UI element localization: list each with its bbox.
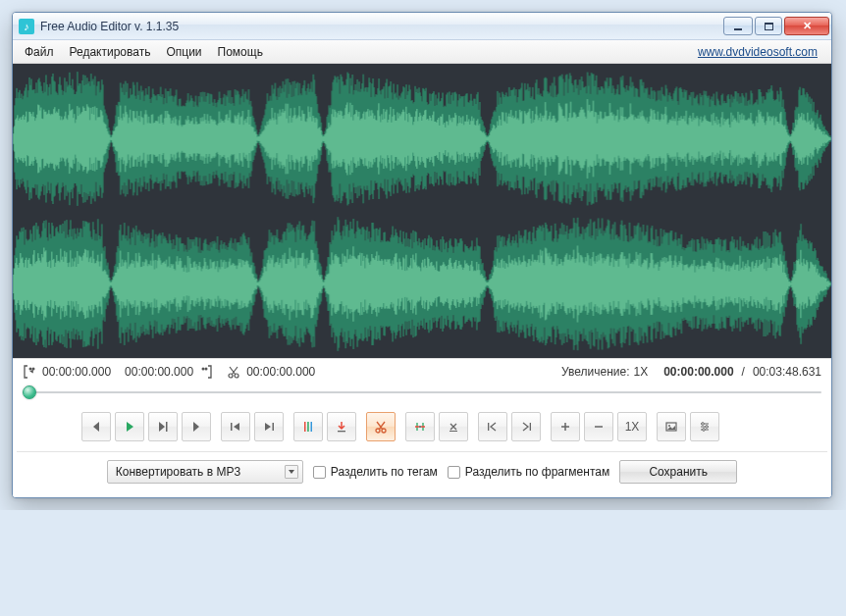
selection-group	[405, 412, 468, 441]
select-to-end-button[interactable]	[511, 412, 541, 441]
selection-end-bracket-icon	[199, 365, 213, 379]
titlebar[interactable]: ♪ Free Audio Editor v. 1.1.35 ✕	[13, 13, 831, 40]
zoom-label: Увеличение:	[561, 365, 629, 379]
export-marker-button[interactable]	[327, 412, 356, 441]
slider-track	[23, 391, 821, 393]
minimize-button[interactable]	[723, 17, 753, 35]
split-by-fragments-checkbox[interactable]: Разделить по фрагментам	[448, 465, 609, 479]
play-selection-button[interactable]	[148, 412, 178, 441]
svg-rect-16	[449, 431, 457, 432]
save-button[interactable]: Сохранить	[619, 460, 737, 484]
svg-rect-10	[307, 422, 309, 432]
menu-help[interactable]: Помощь	[210, 42, 271, 62]
format-dropdown-value: Конвертировать в MP3	[116, 465, 285, 479]
svg-rect-7	[231, 423, 233, 431]
split-selection-button[interactable]	[405, 412, 435, 441]
play-button[interactable]	[115, 412, 144, 441]
scissors-cut-icon	[227, 365, 240, 379]
view-group	[657, 412, 719, 441]
skip-group	[221, 412, 284, 441]
svg-rect-6	[166, 422, 168, 432]
slider-thumb[interactable]	[23, 385, 36, 399]
add-marker-button[interactable]	[293, 412, 323, 441]
split-by-fragments-label: Разделить по фрагментам	[465, 465, 609, 479]
vendor-link[interactable]: www.dvdvideosoft.com	[698, 45, 827, 59]
previous-button[interactable]	[81, 412, 111, 441]
selection-start-time: 00:00:00.000	[42, 365, 111, 379]
zoom-value: 1X	[634, 365, 649, 379]
window-controls: ✕	[723, 17, 829, 35]
time-info-row: 00:00:00.000 00:00:00.000 00:00:00.000 У…	[13, 359, 831, 381]
select-to-start-button[interactable]	[478, 412, 507, 441]
svg-point-21	[702, 423, 705, 426]
menu-options[interactable]: Опции	[158, 42, 209, 62]
selection-start-bracket-icon	[23, 365, 36, 379]
svg-point-0	[29, 368, 32, 371]
selection-end-time: 00:00:00.000	[125, 365, 193, 379]
menu-edit[interactable]: Редактировать	[62, 42, 159, 62]
svg-point-23	[703, 429, 706, 432]
cut-group	[366, 412, 396, 441]
split-by-tags-checkbox[interactable]: Разделить по тегам	[313, 465, 438, 479]
skip-end-button[interactable]	[254, 412, 284, 441]
svg-point-3	[205, 368, 208, 371]
app-icon: ♪	[19, 19, 34, 34]
svg-point-15	[419, 426, 421, 428]
svg-rect-12	[338, 431, 345, 432]
playback-group	[81, 412, 211, 441]
svg-rect-18	[530, 423, 531, 431]
svg-rect-11	[311, 422, 313, 432]
settings-sliders-button[interactable]	[690, 412, 719, 441]
svg-point-20	[668, 425, 670, 427]
svg-point-2	[202, 368, 205, 371]
waveform-channel-left[interactable]	[13, 68, 831, 210]
svg-point-1	[32, 368, 35, 371]
next-button[interactable]	[182, 412, 211, 441]
waveform-display[interactable]	[13, 64, 831, 358]
window-title: Free Audio Editor v. 1.1.35	[40, 20, 179, 33]
current-position: 00:00:00.000	[663, 365, 733, 379]
zoom-out-button[interactable]	[584, 412, 613, 441]
toolbar: 1X	[13, 408, 831, 451]
format-dropdown[interactable]: Конвертировать в MP3	[107, 460, 303, 484]
zoom-reset-button[interactable]: 1X	[617, 412, 647, 441]
menu-file[interactable]: Файл	[17, 42, 62, 62]
checkbox-icon	[313, 466, 326, 479]
svg-rect-9	[304, 422, 306, 432]
cut-button[interactable]	[366, 412, 396, 441]
selection-nav-group	[478, 412, 541, 441]
svg-point-22	[706, 426, 709, 429]
bottom-bar: Конвертировать в MP3 Разделить по тегам …	[13, 452, 831, 497]
checkbox-icon	[448, 466, 460, 479]
cut-position-time: 00:00:00.000	[246, 365, 315, 379]
maximize-button[interactable]	[755, 17, 782, 35]
total-duration: 00:03:48.631	[753, 365, 821, 379]
time-separator: /	[742, 365, 745, 379]
marker-group	[293, 412, 356, 441]
menubar: Файл Редактировать Опции Помощь www.dvdv…	[13, 40, 831, 64]
waveform-channel-right[interactable]	[13, 213, 831, 355]
playback-slider[interactable]	[23, 385, 821, 400]
zoom-in-button[interactable]	[551, 412, 580, 441]
zoom-group: 1X	[551, 412, 647, 441]
save-button-label: Сохранить	[649, 465, 708, 479]
picture-view-button[interactable]	[657, 412, 686, 441]
app-window: ♪ Free Audio Editor v. 1.1.35 ✕ Файл Ред…	[12, 12, 832, 498]
delete-selection-button[interactable]	[439, 412, 468, 441]
close-button[interactable]: ✕	[784, 17, 829, 35]
split-by-tags-label: Разделить по тегам	[331, 465, 438, 479]
svg-rect-8	[273, 423, 275, 431]
skip-start-button[interactable]	[221, 412, 250, 441]
dropdown-arrow-icon	[285, 465, 298, 479]
svg-rect-17	[488, 423, 489, 431]
